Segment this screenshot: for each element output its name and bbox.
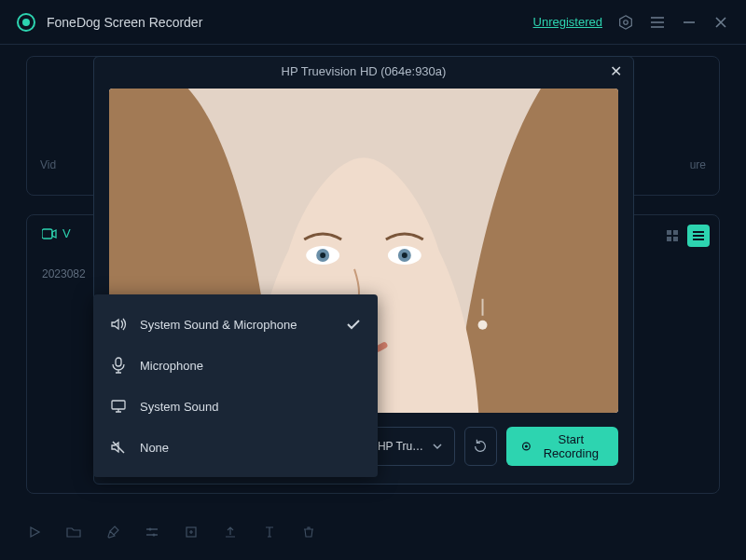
audio-source-menu: System Sound & Microphone Microphone Sys…	[93, 294, 378, 477]
export-icon[interactable]	[222, 524, 239, 540]
bg-text-left: Vid	[40, 158, 56, 171]
audio-option-system-mic[interactable]: System Sound & Microphone	[93, 304, 378, 345]
svg-rect-2	[42, 229, 52, 239]
svg-rect-3	[667, 230, 671, 235]
svg-marker-0	[620, 15, 632, 28]
modal-header: HP Truevision HD (064e:930a) ✕	[94, 57, 633, 85]
audio-option-label: System Sound	[140, 400, 219, 414]
svg-point-15	[320, 253, 325, 258]
svg-rect-23	[112, 401, 125, 409]
bottom-toolbar	[26, 513, 720, 551]
app-name: FoneDog Screen Recorder	[47, 15, 202, 30]
list-view-button[interactable]	[687, 225, 710, 247]
microphone-icon	[110, 357, 127, 374]
sliders-icon[interactable]	[144, 524, 160, 540]
audio-option-system[interactable]: System Sound	[93, 386, 378, 427]
speaker-icon	[110, 316, 127, 333]
trash-icon[interactable]	[300, 524, 317, 540]
bg-file-date: 2023082	[42, 267, 86, 280]
svg-rect-6	[673, 237, 678, 241]
svg-rect-22	[116, 358, 121, 366]
svg-point-7	[149, 528, 152, 531]
play-icon[interactable]	[26, 524, 43, 540]
svg-point-8	[153, 534, 156, 537]
audio-option-label: None	[140, 441, 169, 455]
settings-icon[interactable]	[617, 14, 634, 31]
close-icon[interactable]	[712, 14, 729, 31]
start-recording-button[interactable]: Start Recording	[506, 427, 618, 466]
svg-rect-5	[667, 237, 671, 241]
modal-title: HP Truevision HD (064e:930a)	[282, 64, 447, 78]
minimize-icon[interactable]	[681, 14, 698, 31]
grid-view-button[interactable]	[661, 225, 684, 247]
record-icon	[521, 440, 532, 453]
audio-option-none[interactable]: None	[93, 427, 378, 468]
folder-icon[interactable]	[65, 524, 82, 540]
start-recording-label: Start Recording	[539, 432, 603, 460]
camera-dropdown-label: HP Truevi...	[378, 440, 424, 453]
chevron-down-icon	[432, 441, 443, 452]
rewind-button[interactable]	[464, 427, 497, 466]
audio-option-microphone[interactable]: Microphone	[93, 345, 378, 386]
svg-rect-4	[673, 230, 678, 235]
speaker-muted-icon	[110, 439, 127, 456]
modal-close-icon[interactable]: ✕	[610, 62, 622, 80]
audio-option-label: Microphone	[140, 359, 203, 373]
t-icon[interactable]	[261, 524, 278, 540]
monitor-icon	[110, 398, 127, 415]
svg-point-21	[525, 444, 528, 447]
checkmark-icon	[346, 317, 361, 332]
titlebar: FoneDog Screen Recorder Unregistered	[0, 0, 746, 45]
bg-tab-label: V	[62, 226, 71, 240]
app-logo	[17, 13, 35, 32]
bg-text-right: ure	[690, 158, 706, 171]
camera-dropdown[interactable]: HP Truevi...	[366, 427, 455, 466]
svg-point-17	[478, 321, 488, 330]
svg-point-16	[402, 253, 408, 258]
edit-icon[interactable]	[104, 524, 121, 540]
menu-icon[interactable]	[649, 14, 666, 31]
unregistered-link[interactable]: Unregistered	[533, 15, 602, 29]
svg-point-1	[624, 20, 629, 24]
compress-icon[interactable]	[183, 524, 200, 540]
audio-option-label: System Sound & Microphone	[140, 318, 297, 332]
